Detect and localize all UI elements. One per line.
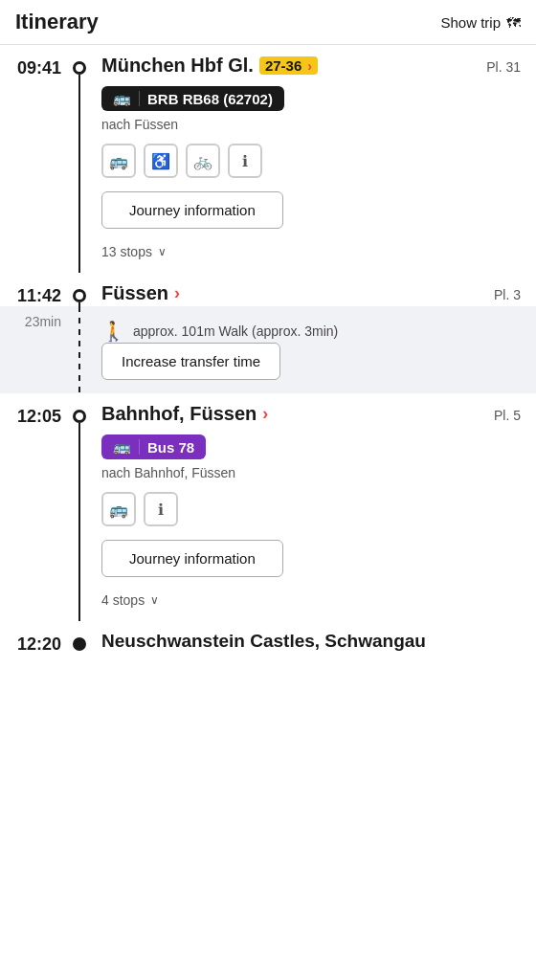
station-name-munich: München Hbf Gl. 27-36 › bbox=[101, 55, 318, 77]
badge-divider bbox=[139, 91, 140, 106]
icon-info-2[interactable]: ℹ bbox=[144, 492, 178, 526]
content-munich: München Hbf Gl. 27-36 › Pl. 31 🚌 BRB RB6… bbox=[94, 45, 536, 273]
walk-text: approx. 101m Walk (approx. 3min) bbox=[133, 323, 338, 339]
time-col-neu: 12:20 bbox=[0, 621, 65, 655]
train-label: BRB RB68 (62702) bbox=[147, 91, 273, 107]
stops-row-2[interactable]: 4 stops ∨ bbox=[101, 592, 521, 608]
stops-chevron-1: ∨ bbox=[158, 245, 167, 258]
stop-bahnhof-fussen: 12:05 Bahnhof, Füssen › Pl. 5 🚌 Bus 78 n… bbox=[0, 393, 536, 621]
stop-munich: 09:41 München Hbf Gl. 27-36 › Pl. 31 🚌 bbox=[0, 45, 536, 273]
bus-label: Bus 78 bbox=[147, 439, 194, 456]
walk-info: 🚶 approx. 101m Walk (approx. 3min) bbox=[101, 320, 521, 343]
train-badge-brb: 🚌 BRB RB68 (62702) bbox=[101, 86, 284, 111]
page-header: Itinerary Show trip 🗺 bbox=[0, 0, 536, 45]
journey-info-btn-1[interactable]: Journey information bbox=[101, 191, 283, 229]
train-bus-icon: 🚌 bbox=[113, 90, 131, 107]
dot-munich bbox=[73, 61, 86, 75]
vline-3 bbox=[78, 423, 80, 621]
icon-bus[interactable]: 🚌 bbox=[101, 144, 136, 178]
time-fussen: 11:42 bbox=[17, 273, 65, 306]
stops-count-1: 13 stops bbox=[101, 244, 152, 259]
transfer-line-col bbox=[65, 306, 94, 393]
dot-neu bbox=[73, 637, 86, 651]
journey-info-btn-2[interactable]: Journey information bbox=[101, 540, 283, 577]
direction-bahnhof: nach Bahnhof, Füssen bbox=[101, 465, 521, 480]
time-col-munich: 09:41 bbox=[0, 45, 65, 273]
time-neu: 12:20 bbox=[17, 621, 65, 655]
platform-munich: Pl. 31 bbox=[486, 59, 521, 75]
line-col-fussen bbox=[65, 273, 94, 306]
bahnhof-chevron: › bbox=[262, 404, 268, 424]
increase-transfer-btn[interactable]: Increase transfer time bbox=[101, 343, 280, 380]
bus-badge-78: 🚌 Bus 78 bbox=[101, 434, 206, 459]
track-badge: 27-36 › bbox=[259, 56, 318, 75]
station-row-neu: Neuschwanstein Castles, Schwangau bbox=[101, 631, 521, 652]
walk-icon: 🚶 bbox=[101, 320, 125, 343]
icon-row-1: 🚌 ♿ 🚲 ℹ bbox=[101, 144, 521, 178]
track-arrow: › bbox=[307, 58, 312, 74]
icon-row-2: 🚌 ℹ bbox=[101, 492, 521, 526]
stops-row-1[interactable]: 13 stops ∨ bbox=[101, 244, 521, 259]
direction-munich: nach Füssen bbox=[101, 117, 521, 132]
time-col-fussen: 11:42 bbox=[0, 273, 65, 306]
stops-count-2: 4 stops bbox=[101, 592, 145, 608]
transfer-row: 23min 🚶 approx. 101m Walk (approx. 3min)… bbox=[0, 306, 536, 393]
icon-wheelchair[interactable]: ♿ bbox=[144, 144, 178, 178]
time-bahnhof: 12:05 bbox=[17, 393, 65, 427]
show-trip-button[interactable]: Show trip 🗺 bbox=[440, 14, 521, 31]
time-munich: 09:41 bbox=[17, 45, 65, 78]
show-trip-label: Show trip bbox=[440, 14, 501, 31]
content-neu: Neuschwanstein Castles, Schwangau bbox=[94, 621, 536, 655]
transfer-content: 🚶 approx. 101m Walk (approx. 3min) Incre… bbox=[94, 306, 536, 393]
station-row-munich: München Hbf Gl. 27-36 › Pl. 31 bbox=[101, 55, 521, 77]
map-icon: 🗺 bbox=[506, 14, 521, 31]
icon-info[interactable]: ℹ bbox=[228, 144, 262, 178]
fussen-chevron: › bbox=[174, 283, 180, 303]
station-name-neu: Neuschwanstein Castles, Schwangau bbox=[101, 631, 426, 652]
platform-fussen: Pl. 3 bbox=[494, 287, 521, 302]
line-col-neu bbox=[65, 621, 94, 655]
content-fussen: Füssen › Pl. 3 bbox=[94, 273, 536, 306]
station-name-bahnhof: Bahnhof, Füssen › bbox=[101, 403, 268, 425]
line-col-bahnhof bbox=[65, 393, 94, 621]
station-row-fussen: Füssen › Pl. 3 bbox=[101, 282, 521, 304]
bus-icon-badge: 🚌 bbox=[113, 438, 131, 456]
page-title: Itinerary bbox=[15, 10, 99, 34]
bus-badge-divider bbox=[139, 439, 140, 455]
dot-bahnhof bbox=[73, 410, 86, 423]
content-bahnhof: Bahnhof, Füssen › Pl. 5 🚌 Bus 78 nach Ba… bbox=[94, 393, 536, 621]
dot-fussen bbox=[73, 289, 86, 302]
timeline: 09:41 München Hbf Gl. 27-36 › Pl. 31 🚌 bbox=[0, 45, 536, 674]
platform-bahnhof: Pl. 5 bbox=[494, 408, 521, 423]
vline-transfer bbox=[78, 306, 80, 393]
station-row-bahnhof: Bahnhof, Füssen › Pl. 5 bbox=[101, 403, 521, 425]
icon-bus-2[interactable]: 🚌 bbox=[101, 492, 136, 526]
station-name-fussen: Füssen › bbox=[101, 282, 180, 304]
transfer-duration: 23min bbox=[25, 306, 65, 329]
stop-fussen: 11:42 Füssen › Pl. 3 bbox=[0, 273, 536, 306]
icon-bike[interactable]: 🚲 bbox=[186, 144, 220, 178]
transfer-time-col: 23min bbox=[0, 306, 65, 393]
stop-neuschwanstein: 12:20 Neuschwanstein Castles, Schwangau bbox=[0, 621, 536, 655]
line-col-munich bbox=[65, 45, 94, 273]
vline-1 bbox=[78, 75, 80, 273]
time-col-bahnhof: 12:05 bbox=[0, 393, 65, 621]
stops-chevron-2: ∨ bbox=[150, 593, 159, 607]
